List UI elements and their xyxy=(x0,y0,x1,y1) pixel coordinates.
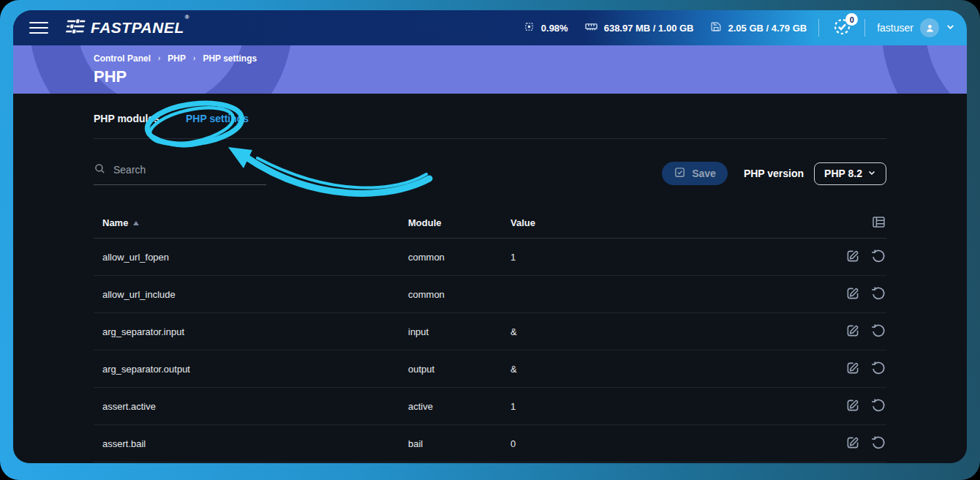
equalizer-icon xyxy=(64,18,86,37)
php-version-label: PHP version xyxy=(744,168,804,179)
reset-button[interactable] xyxy=(870,248,886,266)
setting-value: 0 xyxy=(510,438,826,449)
cpu-value: 0.98% xyxy=(541,23,568,34)
chevron-down-icon xyxy=(867,168,876,179)
breadcrumb: Control Panel › PHP › PHP settings xyxy=(94,53,967,64)
table-row: arg_separator.input input & xyxy=(94,313,886,350)
main-content: PHP modules PHP settings xyxy=(13,94,967,463)
disk-stat: 2.05 GB / 4.79 GB xyxy=(710,20,807,35)
reset-button[interactable] xyxy=(870,397,886,416)
reset-icon xyxy=(870,360,886,378)
edit-button[interactable] xyxy=(845,435,861,453)
save-label: Save xyxy=(692,168,716,179)
chevron-down-icon xyxy=(946,21,955,34)
tasks-count-badge: 0 xyxy=(845,13,858,26)
php-version-value: PHP 8.2 xyxy=(824,168,862,179)
table-row: allow_url_include common xyxy=(94,276,886,313)
column-header-module[interactable]: Module xyxy=(408,217,510,228)
edit-button[interactable] xyxy=(845,360,861,378)
ram-icon xyxy=(584,20,598,36)
tab-php-modules[interactable]: PHP modules xyxy=(94,113,159,124)
divider xyxy=(818,19,819,37)
setting-name: allow_url_include xyxy=(94,289,408,300)
reset-button[interactable] xyxy=(870,360,886,378)
edit-icon xyxy=(845,397,861,416)
reset-icon xyxy=(870,397,886,416)
breadcrumb-item-php-settings[interactable]: PHP settings xyxy=(203,53,257,64)
table-row: assert.bail bail 0 xyxy=(94,425,886,462)
app-panel: FASTPANEL® 0.98% xyxy=(13,10,967,463)
setting-module: active xyxy=(408,401,510,412)
reset-button[interactable] xyxy=(870,285,886,304)
edit-button[interactable] xyxy=(845,285,861,304)
sort-ascending-icon xyxy=(133,221,139,225)
cpu-icon xyxy=(523,20,535,35)
reset-icon xyxy=(870,285,886,304)
tasks-button[interactable]: 0 xyxy=(831,17,853,39)
disk-icon xyxy=(710,20,723,35)
window-frame: FASTPANEL® 0.98% xyxy=(0,0,980,480)
setting-name: arg_separator.output xyxy=(94,364,408,375)
disk-value: 2.05 GB / 4.79 GB xyxy=(728,23,807,34)
top-bar: FASTPANEL® 0.98% xyxy=(13,10,967,45)
edit-icon xyxy=(845,285,861,304)
table-columns-icon xyxy=(871,214,886,232)
check-square-icon xyxy=(674,166,686,181)
username: fastuser xyxy=(877,22,913,34)
setting-name: arg_separator.input xyxy=(94,326,408,337)
save-button[interactable]: Save xyxy=(662,162,728,185)
memory-value: 638.97 MB / 1.00 GB xyxy=(604,23,694,34)
reset-button[interactable] xyxy=(870,435,886,453)
edit-icon xyxy=(845,323,861,341)
column-settings-button[interactable] xyxy=(871,214,886,232)
search-input[interactable] xyxy=(113,164,266,176)
column-header-name[interactable]: Name xyxy=(94,217,408,228)
brand-logo[interactable]: FASTPANEL® xyxy=(66,18,189,37)
reset-button[interactable] xyxy=(870,323,886,341)
cpu-stat: 0.98% xyxy=(523,20,568,35)
tab-php-settings[interactable]: PHP settings xyxy=(186,113,249,124)
settings-table: Name Module Value xyxy=(94,208,886,462)
divider xyxy=(864,19,865,37)
toolbar: Save PHP version PHP 8.2 xyxy=(94,162,886,185)
edit-button[interactable] xyxy=(845,248,861,266)
setting-value: & xyxy=(510,326,826,337)
setting-value: 1 xyxy=(510,252,826,263)
setting-value: & xyxy=(510,364,826,375)
search-box xyxy=(94,162,266,185)
tab-divider xyxy=(94,138,886,139)
setting-name: assert.bail xyxy=(94,438,408,449)
brand-name: FASTPANEL® xyxy=(91,19,189,37)
avatar xyxy=(920,18,939,37)
setting-name: assert.active xyxy=(94,401,408,412)
setting-name: allow_url_fopen xyxy=(94,252,408,263)
setting-module: bail xyxy=(408,438,510,449)
page-banner: Control Panel › PHP › PHP settings PHP xyxy=(13,45,967,94)
table-row: assert.active active 1 xyxy=(94,388,886,425)
edit-icon xyxy=(845,248,861,266)
setting-module: input xyxy=(408,326,510,337)
menu-icon[interactable] xyxy=(29,22,48,34)
reset-icon xyxy=(870,435,886,453)
setting-module: common xyxy=(408,289,510,300)
breadcrumb-separator: › xyxy=(158,54,160,62)
edit-icon xyxy=(845,360,861,378)
edit-button[interactable] xyxy=(845,397,861,416)
breadcrumb-separator: › xyxy=(193,54,195,62)
breadcrumb-item-php[interactable]: PHP xyxy=(167,53,186,64)
breadcrumb-item-control-panel[interactable]: Control Panel xyxy=(94,53,151,64)
table-row: allow_url_fopen common 1 xyxy=(94,239,886,276)
setting-value: 1 xyxy=(510,401,826,412)
tab-bar: PHP modules PHP settings xyxy=(94,113,886,124)
memory-stat: 638.97 MB / 1.00 GB xyxy=(584,20,694,36)
php-version-dropdown[interactable]: PHP 8.2 xyxy=(814,162,886,185)
registered-mark: ® xyxy=(185,14,189,20)
setting-module: output xyxy=(408,364,510,375)
edit-icon xyxy=(845,435,861,453)
column-header-value[interactable]: Value xyxy=(510,217,826,228)
reset-icon xyxy=(870,323,886,341)
page-title: PHP xyxy=(94,67,967,86)
edit-button[interactable] xyxy=(845,323,861,341)
table-row: arg_separator.output output & xyxy=(94,350,886,388)
user-menu[interactable]: fastuser xyxy=(877,18,955,37)
